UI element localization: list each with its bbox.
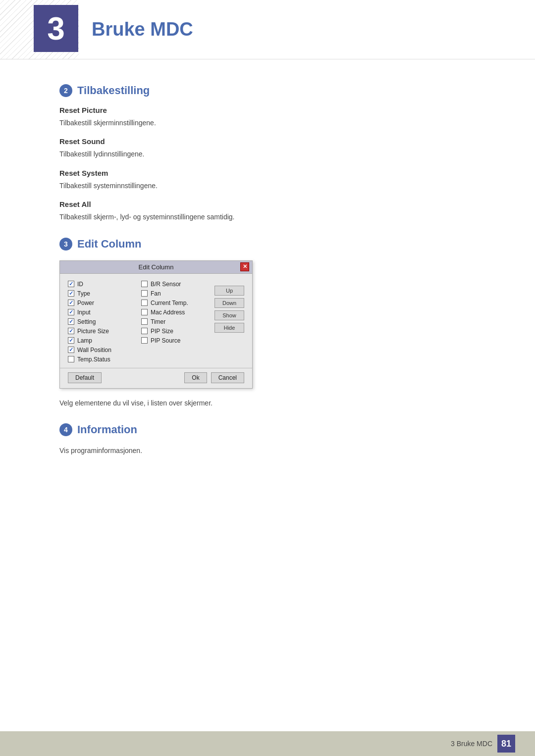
checkbox-id-box[interactable]: ✓ bbox=[68, 281, 74, 287]
dialog-title: Edit Column bbox=[139, 263, 174, 271]
ok-button[interactable]: Ok bbox=[184, 372, 207, 383]
reset-picture-desc: Tilbakestill skjerminnstillingene. bbox=[59, 117, 476, 128]
tilbakestilling-title: Tilbakestilling bbox=[77, 84, 150, 97]
reset-system-title: Reset System bbox=[59, 169, 476, 177]
checkbox-type[interactable]: ✓ Type bbox=[68, 290, 136, 297]
edit-column-dialog: Edit Column ✕ ✓ ID ✓ Type bbox=[59, 260, 253, 389]
reset-sound-desc: Tilbakestill lydinnstillingene. bbox=[59, 149, 476, 159]
checkbox-fan[interactable]: Fan bbox=[141, 290, 210, 297]
checkbox-pip-source-box[interactable] bbox=[141, 337, 148, 344]
checkbox-current-temp-box[interactable] bbox=[141, 300, 148, 306]
checkbox-pip-source[interactable]: PIP Source bbox=[141, 337, 210, 344]
checkbox-setting-box[interactable]: ✓ bbox=[68, 318, 74, 325]
edit-column-title: Edit Column bbox=[77, 238, 142, 251]
edit-column-section: 3 Edit Column Edit Column ✕ ✓ ID bbox=[59, 238, 476, 408]
cancel-button[interactable]: Cancel bbox=[211, 372, 244, 383]
checkbox-power[interactable]: ✓ Power bbox=[68, 300, 136, 306]
reset-system-desc: Tilbakestill systeminnstillingene. bbox=[59, 180, 476, 191]
checkbox-mac-address-box[interactable] bbox=[141, 309, 148, 315]
tilbakestilling-header: 2 Tilbakestilling bbox=[59, 84, 476, 97]
checkbox-timer[interactable]: Timer bbox=[141, 318, 210, 325]
checkbox-id[interactable]: ✓ ID bbox=[68, 281, 136, 288]
edit-column-header: 3 Edit Column bbox=[59, 238, 476, 251]
checkbox-picture-size[interactable]: ✓ Picture Size bbox=[68, 328, 136, 335]
reset-picture-title: Reset Picture bbox=[59, 106, 476, 114]
checkbox-power-box[interactable]: ✓ bbox=[68, 300, 74, 306]
checkbox-temp-status-box[interactable] bbox=[68, 356, 74, 362]
checkbox-timer-box[interactable] bbox=[141, 318, 148, 325]
information-circle: 4 bbox=[59, 423, 72, 436]
show-button[interactable]: Show bbox=[214, 310, 244, 320]
checkbox-type-box[interactable]: ✓ bbox=[68, 290, 74, 297]
dialog-footer-right: Ok Cancel bbox=[184, 372, 244, 383]
dialog-side-buttons: Up Down Show Hide bbox=[214, 281, 244, 363]
information-header: 4 Information bbox=[59, 423, 476, 436]
dialog-body: ✓ ID ✓ Type ✓ Power ✓ Input bbox=[60, 274, 252, 368]
information-title: Information bbox=[77, 423, 137, 436]
information-section: 4 Information Vis programinformasjonen. bbox=[59, 423, 476, 456]
dialog-close-button[interactable]: ✕ bbox=[240, 262, 249, 271]
edit-column-desc: Velg elementene du vil vise, i listen ov… bbox=[59, 398, 476, 408]
checkbox-pip-size-box[interactable] bbox=[141, 328, 148, 334]
page-header: 3 Bruke MDC bbox=[0, 0, 535, 59]
edit-column-circle: 3 bbox=[59, 238, 72, 251]
chapter-number: 3 bbox=[47, 10, 65, 47]
checkbox-wall-position-box[interactable]: ✓ bbox=[68, 347, 74, 353]
checkbox-setting[interactable]: ✓ Setting bbox=[68, 318, 136, 325]
checkbox-input[interactable]: ✓ Input bbox=[68, 309, 136, 316]
hide-button[interactable]: Hide bbox=[214, 323, 244, 333]
checkbox-wall-position[interactable]: ✓ Wall Position bbox=[68, 347, 136, 353]
information-desc: Vis programinformasjonen. bbox=[59, 445, 476, 456]
checkbox-br-sensor[interactable]: B/R Sensor bbox=[141, 281, 210, 288]
up-button[interactable]: Up bbox=[214, 286, 244, 296]
default-button[interactable]: Default bbox=[68, 372, 102, 383]
checkbox-br-sensor-box[interactable] bbox=[141, 281, 148, 287]
checkbox-picture-size-box[interactable]: ✓ bbox=[68, 328, 74, 334]
chapter-number-box: 3 bbox=[34, 5, 78, 52]
checkbox-fan-box[interactable] bbox=[141, 290, 148, 297]
reset-sound-title: Reset Sound bbox=[59, 137, 476, 146]
footer-text: 3 Bruke MDC bbox=[451, 740, 492, 748]
checkbox-lamp-box[interactable]: ✓ bbox=[68, 337, 74, 344]
dialog-titlebar: Edit Column ✕ bbox=[60, 261, 252, 274]
reset-all-title: Reset All bbox=[59, 200, 476, 208]
dialog-left-checkboxes: ✓ ID ✓ Type ✓ Power ✓ Input bbox=[68, 281, 136, 363]
checkbox-pip-size[interactable]: PIP Size bbox=[141, 328, 210, 335]
reset-all-desc: Tilbakestill skjerm-, lyd- og systeminns… bbox=[59, 211, 476, 222]
checkbox-temp-status[interactable]: Temp.Status bbox=[68, 356, 136, 363]
tilbakestilling-section: 2 Tilbakestilling Reset Picture Tilbakes… bbox=[59, 84, 476, 223]
down-button[interactable]: Down bbox=[214, 298, 244, 308]
dialog-right-checkboxes: B/R Sensor Fan Current Temp. Mac Address bbox=[141, 281, 210, 363]
footer-page-number: 81 bbox=[497, 735, 515, 753]
checkbox-current-temp[interactable]: Current Temp. bbox=[141, 300, 210, 306]
main-content: 2 Tilbakestilling Reset Picture Tilbakes… bbox=[0, 59, 535, 520]
checkbox-input-box[interactable]: ✓ bbox=[68, 309, 74, 315]
checkbox-lamp[interactable]: ✓ Lamp bbox=[68, 337, 136, 344]
tilbakestilling-circle: 2 bbox=[59, 84, 72, 97]
checkbox-mac-address[interactable]: Mac Address bbox=[141, 309, 210, 316]
chapter-title: Bruke MDC bbox=[92, 19, 193, 40]
page-footer: 3 Bruke MDC 81 bbox=[0, 731, 535, 756]
dialog-footer: Default Ok Cancel bbox=[60, 368, 252, 388]
